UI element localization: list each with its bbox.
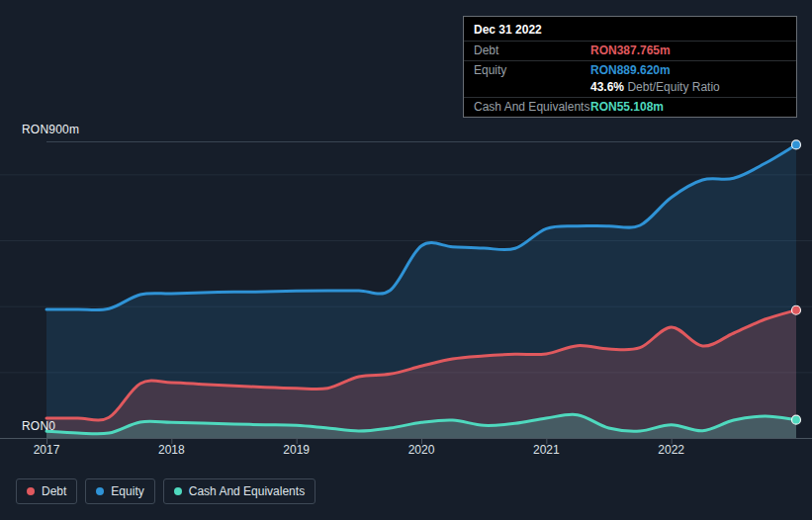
tooltip-row-cash: Cash And Equivalents RON55.108m xyxy=(464,97,796,117)
legend-label-debt: Debt xyxy=(42,484,66,498)
tooltip-cash-label: Cash And Equivalents xyxy=(474,100,590,114)
tooltip-ratio-value: 43.6% xyxy=(590,80,624,94)
cash-dot-icon xyxy=(174,487,182,495)
tooltip-cash-value: RON55.108m xyxy=(590,100,664,114)
tooltip-equity-value: RON889.620m xyxy=(590,63,671,77)
debt-dot-icon xyxy=(27,487,35,495)
tooltip-row-equity: Equity RON889.620m xyxy=(464,60,796,80)
y-axis-label-max: RON900m xyxy=(22,123,79,136)
debt-equity-chart-panel: RON900m RON0 201720182019202020212022 De… xyxy=(0,0,812,520)
tooltip-row-ratio: 43.6% Debt/Equity Ratio xyxy=(464,80,796,97)
tooltip-debt-label: Debt xyxy=(474,43,590,57)
equity-dot-icon xyxy=(96,487,104,495)
x-axis-label: 2017 xyxy=(34,443,60,457)
tooltip-ratio-label: Debt/Equity Ratio xyxy=(627,80,719,94)
tooltip-row-debt: Debt RON387.765m xyxy=(464,41,796,60)
legend-item-equity[interactable]: Equity xyxy=(85,478,154,504)
x-axis-label: 2018 xyxy=(158,443,185,457)
x-axis-label: 2021 xyxy=(533,443,560,457)
x-axis-label: 2020 xyxy=(408,443,435,457)
y-axis-label-zero: RON0 xyxy=(22,419,55,433)
legend-item-cash[interactable]: Cash And Equivalents xyxy=(163,478,316,504)
legend-label-equity: Equity xyxy=(111,484,143,498)
x-axis-label: 2019 xyxy=(283,443,310,457)
tooltip-date: Dec 31 2022 xyxy=(464,17,796,41)
tooltip-equity-label: Equity xyxy=(474,63,590,77)
legend-label-cash: Cash And Equivalents xyxy=(189,484,305,498)
tooltip-debt-value: RON387.765m xyxy=(590,43,671,57)
legend-item-debt[interactable]: Debt xyxy=(16,478,77,504)
tooltip: Dec 31 2022 Debt RON387.765m Equity RON8… xyxy=(463,16,797,118)
x-axis-label: 2022 xyxy=(658,443,684,457)
legend: Debt Equity Cash And Equivalents xyxy=(16,478,316,504)
